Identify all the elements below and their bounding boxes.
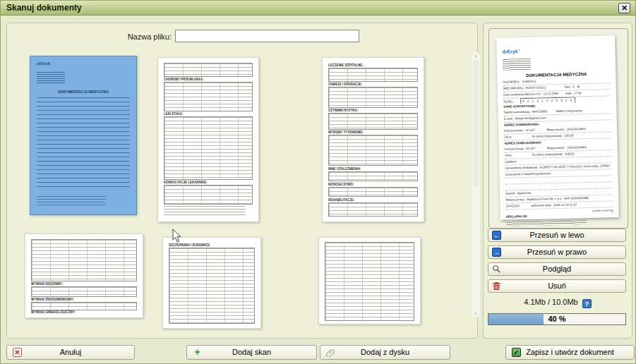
section-heading: CHOROBY PRZEWLEKŁE:: [164, 78, 204, 81]
add-from-disk-label: Dodaj z dysku: [320, 346, 450, 359]
window-title: Skanuj dokumenty: [6, 1, 82, 15]
section-heading: ZABIEGI I OPERACJE:: [328, 83, 362, 86]
preview-label: Podgląd: [488, 263, 625, 275]
section-heading: LECZENIE SZPITALNE:: [328, 63, 364, 67]
scan-thumbnail-4[interactable]: WYWIAD RODZINNY: WYWIAD ŚRODOWISKOWY: WY…: [25, 233, 143, 318]
close-icon: ✕: [621, 4, 628, 12]
page-number: 1: [611, 210, 613, 213]
scan-thumbnail-3[interactable]: LECZENIE SZPITALNE: ZABIEGI I OPERACJE: …: [322, 57, 424, 222]
section-heading: NOSICIELSTWO:: [328, 183, 354, 186]
add-scan-button[interactable]: + Dodaj skan: [186, 345, 317, 360]
table-placeholder: [328, 113, 418, 130]
table-placeholder: [328, 135, 418, 166]
section-heading: SZCZEPIENIA I SUROWICE:: [169, 243, 211, 247]
scan-thumbnail-6[interactable]: [318, 237, 421, 324]
cancel-button[interactable]: ✕ Anuluj: [6, 345, 135, 360]
table-placeholder: [31, 286, 137, 297]
table-placeholder: [328, 171, 418, 181]
save-and-create-button[interactable]: ✓ Zapisz i utwórz dokument: [505, 345, 635, 360]
file-name-input[interactable]: [175, 30, 359, 42]
scan-thumbnail-1[interactable]: drEryk DOKUMENTACJA MEDYCZNA: [30, 56, 137, 215]
section-heading: LEKI STAŁE:: [164, 112, 183, 116]
section-heading: WYWIAD GINEKOLOGICZNY:: [31, 310, 76, 314]
section-heading: KONSULTACJE LEKARSKIE:: [164, 181, 208, 184]
table-placeholder: [328, 187, 418, 197]
thumbnail-scrollbar[interactable]: ▲ ▼: [472, 52, 480, 317]
section-heading: CZYNNIKI RYZYKA:: [328, 109, 358, 112]
preview-button[interactable]: Podgląd: [488, 262, 626, 276]
preview-panel: drEryk® DOKUMENTACJA MEDYCZNA NAZWISKO: …: [483, 23, 632, 339]
table-placeholder: [328, 202, 418, 217]
form-lines-placeholder: [37, 97, 130, 190]
section-heading: REHABILITACJE:: [328, 198, 354, 202]
form-footer-placeholder: [37, 196, 106, 206]
document-preview-page: drEryk® DOKUMENTACJA MEDYCZNA NAZWISKO: …: [496, 35, 619, 220]
size-text: 4.1Mb / 10.0Mb: [524, 298, 577, 306]
document-preview-box: drEryk® DOKUMENTACJA MEDYCZNA NAZWISKO: …: [488, 28, 628, 229]
window-titlebar: Skanuj dokumenty ✕: [1, 1, 635, 16]
storage-progressbar: 40 %: [488, 313, 626, 325]
table-placeholder: [164, 63, 253, 77]
clinic-address-block: [503, 59, 531, 71]
clinic-address-block: [37, 72, 65, 83]
table-placeholder: [325, 242, 414, 321]
table-placeholder: [164, 185, 253, 205]
delete-label: Usuń: [488, 280, 625, 292]
section-heading: WYWIAD RODZINNY:: [31, 282, 63, 286]
progress-label: 40 %: [488, 314, 625, 324]
scan-thumbnail-2[interactable]: CHOROBY PRZEWLEKŁE: LEKI STAŁE: KONSULTA…: [157, 57, 259, 222]
thumbnail-1-title: DOKUMENTACJA MEDYCZNA: [30, 90, 136, 94]
close-button[interactable]: ✕: [618, 3, 630, 13]
save-and-create-label: Zapisz i utwórz dokument: [506, 346, 634, 359]
table-placeholder: [328, 87, 418, 108]
scroll-down-icon[interactable]: ▼: [472, 311, 480, 317]
declarations-placeholder: [506, 220, 587, 226]
scroll-up-icon[interactable]: ▲: [472, 53, 480, 59]
scan-thumbnail-5[interactable]: SZCZEPIENIA I SUROWICE:: [162, 237, 261, 329]
dreryk-logo: drEryk®: [502, 49, 520, 54]
scrollbar-thumb[interactable]: [473, 59, 479, 188]
table-placeholder: [164, 82, 253, 111]
move-right-button[interactable]: → Przesuń w prawo: [488, 245, 626, 259]
size-info: 4.1Mb / 10.0Mb?: [484, 298, 632, 308]
table-placeholder: [169, 248, 255, 324]
table-placeholder: [31, 239, 137, 281]
add-scan-label: Dodaj skan: [187, 346, 316, 359]
scan-list-panel: Nazwa pliku: drEryk DOKUMENTACJA MEDYCZN…: [6, 23, 478, 339]
move-left-label: Przesuń w lewo: [488, 229, 625, 241]
section-heading: INNE UZALEŻNIENIA:: [328, 167, 361, 171]
add-from-disk-button[interactable]: Dodaj z dysku: [320, 345, 450, 360]
section-heading: WYROBY TYTONIOWE:: [328, 131, 364, 134]
file-name-label: Nazwa pliku:: [92, 32, 172, 41]
section-heading: WYWIAD ŚRODOWISKOWY:: [31, 298, 74, 301]
table-placeholder: [328, 68, 418, 82]
help-icon[interactable]: ?: [582, 299, 592, 308]
dreryk-logo: drEryk: [37, 61, 50, 66]
table-placeholder: [164, 116, 253, 180]
delete-button[interactable]: Usuń: [488, 279, 626, 293]
scan-documents-dialog: Skanuj dokumenty ✕ Nazwa pliku: drEryk D…: [0, 0, 636, 364]
move-left-button[interactable]: ← Przesuń w lewo: [488, 229, 626, 242]
text-placeholder: [164, 206, 246, 216]
table-placeholder: [31, 302, 137, 310]
cancel-label: Anuluj: [7, 346, 134, 359]
move-right-label: Przesuń w prawo: [488, 246, 625, 258]
